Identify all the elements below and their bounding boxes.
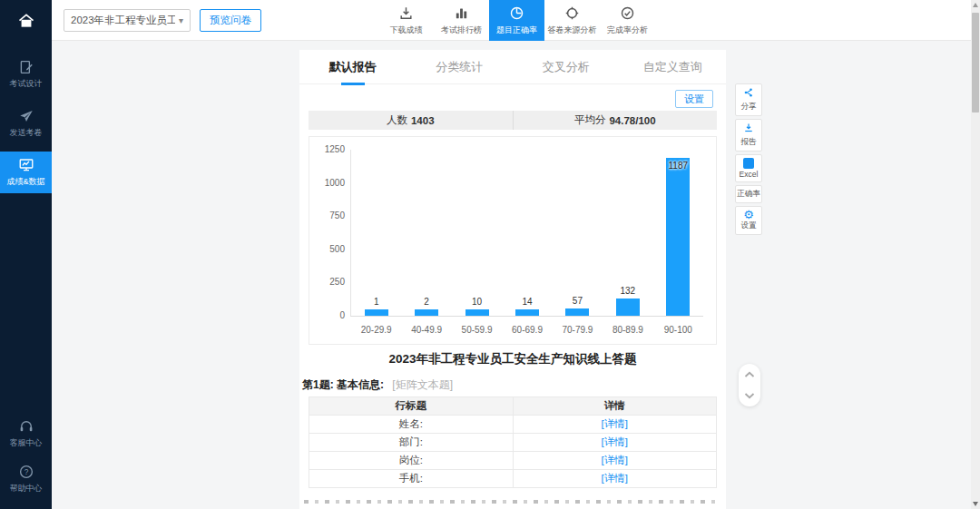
nav-item-exam-ranking[interactable]: 考试排行榜	[434, 0, 489, 41]
bar-value-label: 2	[424, 297, 429, 307]
chart-bar-slot: 120-29.9	[351, 150, 401, 316]
tab-default-report[interactable]: 默认报告	[299, 50, 407, 83]
excel-icon: X	[743, 158, 754, 169]
chart-bar-slot: 13280-89.9	[603, 150, 652, 316]
x-axis-label: 70-79.9	[562, 325, 593, 335]
chart-plot: 025050075010001250120-29.9240-49.91050-5…	[350, 150, 703, 317]
main-area: 默认报告 分类统计 交叉分析 自定义查询 设置 人数 1403 平均分 94.7…	[52, 41, 980, 509]
y-axis-tick: 0	[314, 311, 345, 320]
tab-category-stats[interactable]: 分类统计	[407, 50, 514, 83]
x-axis-label: 60-69.9	[512, 325, 543, 335]
scrollbar-thumb[interactable]	[972, 13, 979, 113]
stats-top-nav: 下载成绩 考试排行榜 题目正确率 答卷来源分析 完成率分析	[378, 0, 655, 41]
chart-bar: 120-29.9	[365, 309, 388, 316]
column-header-detail: 详情	[513, 397, 717, 416]
download-icon	[398, 5, 414, 23]
nav-item-label: 答卷来源分析	[548, 24, 597, 36]
y-axis-tick: 750	[314, 211, 345, 220]
survey-select-value: 2023年非工程专业员工安全生...	[71, 14, 175, 27]
scroll-down-button[interactable]	[744, 392, 755, 399]
nav-item-label: 完成率分析	[607, 24, 648, 36]
sidebar-item-exam-design[interactable]: 考试设计	[0, 54, 52, 95]
action-label: 正确率	[737, 189, 760, 200]
tab-custom-query[interactable]: 自定义查询	[620, 50, 727, 83]
nav-item-download-scores[interactable]: 下载成绩	[378, 0, 434, 41]
bar-value-label: 10	[472, 297, 482, 307]
respondent-count-stat: 人数 1403	[309, 111, 514, 130]
chart-bar: 1460-69.9	[515, 309, 539, 316]
x-axis-label: 20-29.9	[361, 325, 392, 335]
count-label: 人数	[387, 113, 407, 127]
x-axis-label: 80-89.9	[612, 325, 643, 335]
top-bar: 2023年非工程专业员工安全生... ▾ 预览问卷 下载成绩 考试排行榜 题目正…	[52, 0, 980, 41]
row-title-cell: 岗位:	[309, 452, 514, 470]
detail-link[interactable]: [详情]	[602, 455, 628, 465]
window-scrollbar[interactable]	[971, 0, 980, 509]
share-icon	[743, 87, 754, 101]
avg-label: 平均分	[574, 113, 606, 127]
chart-bar: 13280-89.9	[616, 299, 640, 316]
detail-link[interactable]: [详情]	[602, 418, 628, 429]
nav-item-question-accuracy[interactable]: 题目正确率	[489, 0, 544, 41]
report-tabs: 默认报告 分类统计 交叉分析 自定义查询	[299, 50, 726, 84]
pie-icon	[509, 5, 524, 23]
sidebar-item-support-center[interactable]: 客服中心	[0, 413, 52, 455]
rail-settings-button[interactable]: ⚙ 设置	[735, 206, 762, 235]
svg-text:?: ?	[24, 468, 28, 476]
scrollbar-up-arrow-icon[interactable]	[973, 3, 978, 7]
table-row: 部门: [详情]	[309, 434, 717, 452]
sidebar-item-label: 考试设计	[10, 78, 43, 90]
bar-value-label: 57	[573, 296, 583, 306]
question-number: 第1题:	[302, 378, 334, 391]
tab-cross-analysis[interactable]: 交叉分析	[513, 50, 620, 83]
home-icon	[17, 12, 35, 30]
detail-link[interactable]: [详情]	[602, 436, 628, 447]
table-header-row: 行标题 详情	[309, 397, 717, 416]
action-label: 报告	[741, 137, 757, 148]
bar-value-label: 14	[522, 297, 532, 307]
scrollbar-down-arrow-icon[interactable]	[973, 502, 978, 506]
check-circle-icon	[620, 5, 635, 23]
report-settings-button[interactable]: 设置	[675, 90, 713, 108]
excel-export-button[interactable]: X Excel	[735, 154, 762, 182]
sidebar-item-home[interactable]	[0, 0, 52, 41]
question-type-tag: [矩阵文本题]	[392, 378, 453, 391]
table-row: 岗位: [详情]	[309, 452, 717, 470]
scroll-up-button[interactable]	[744, 371, 755, 378]
table-row: 姓名: [详情]	[309, 416, 717, 434]
nav-item-completion-rate-analysis[interactable]: 完成率分析	[600, 0, 655, 41]
preview-questionnaire-button[interactable]: 预览问卷	[200, 9, 261, 32]
exam-design-icon	[18, 59, 34, 75]
share-button[interactable]: 分享	[735, 83, 762, 116]
survey-select-dropdown[interactable]: 2023年非工程专业员工安全生... ▾	[64, 9, 191, 32]
chart-bar: 1050-59.9	[466, 309, 489, 316]
report-download-icon	[743, 122, 754, 136]
chevron-up-icon	[744, 366, 755, 381]
sidebar-item-send-paper[interactable]: 发送考卷	[0, 103, 52, 144]
sidebar-item-label: 帮助中心	[10, 483, 43, 494]
row-title-cell: 姓名:	[309, 416, 514, 434]
survey-title: 2023年非工程专业员工安全生产知识线上答题	[299, 351, 726, 367]
sidebar-item-help-center[interactable]: ? 帮助中心	[0, 458, 52, 500]
detail-link[interactable]: [详情]	[602, 473, 628, 484]
nav-item-answer-source-analysis[interactable]: 答卷来源分析	[544, 0, 600, 41]
sidebar-item-label: 发送考卷	[10, 127, 43, 139]
report-card: 默认报告 分类统计 交叉分析 自定义查询 设置 人数 1403 平均分 94.7…	[299, 50, 726, 509]
action-label: Excel	[740, 170, 759, 179]
score-distribution-chart: 025050075010001250120-29.9240-49.91050-5…	[309, 136, 717, 345]
chart-bar-slot: 1050-59.9	[452, 150, 502, 316]
compass-icon	[564, 5, 580, 23]
report-download-button[interactable]: 报告	[735, 119, 762, 152]
bar-value-label: 1	[374, 297, 379, 307]
y-axis-tick: 500	[314, 245, 345, 254]
sidebar-item-scores-data[interactable]: 成绩&数据	[0, 152, 52, 193]
accuracy-rate-button[interactable]: 正确率	[735, 185, 762, 203]
nav-item-label: 题目正确率	[496, 24, 537, 36]
avg-value: 94.78/100	[609, 115, 655, 126]
question-heading: 第1题: 基本信息: [矩阵文本题]	[302, 377, 453, 393]
x-axis-label: 50-59.9	[462, 325, 493, 335]
row-title-cell: 部门:	[309, 434, 514, 452]
chart-bar: 118790-100	[666, 158, 690, 316]
clipped-next-question-text	[304, 500, 720, 504]
chart-bar-slot: 1460-69.9	[502, 150, 552, 316]
